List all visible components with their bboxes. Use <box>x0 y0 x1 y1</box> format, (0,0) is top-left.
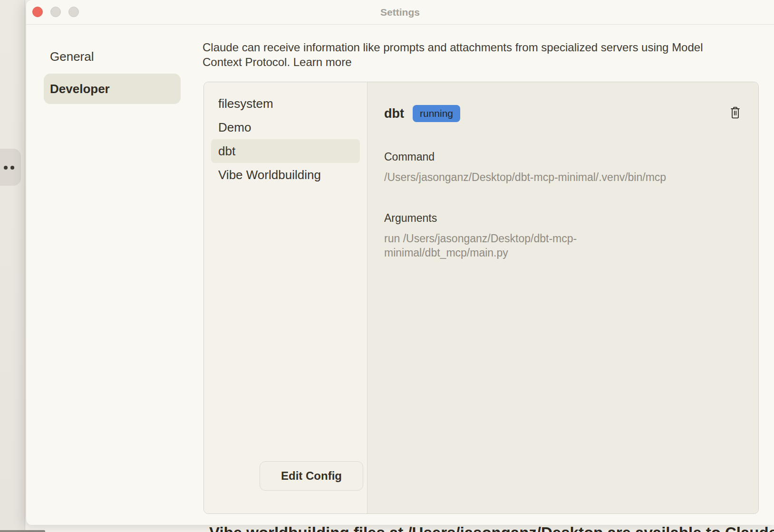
server-list-item-vibe-worldbuilding[interactable]: Vibe Worldbuilding <box>211 163 360 187</box>
background-window-edge <box>0 0 25 532</box>
background-window-tab[interactable] <box>0 149 21 186</box>
server-list-item-filesystem[interactable]: filesystem <box>211 92 360 115</box>
mcp-servers-card: filesystem Demo dbt Vibe Worldbuilding E… <box>203 82 759 514</box>
server-name: dbt <box>384 106 404 121</box>
server-details-panel: dbt running Command /Users/jasongan <box>368 82 758 513</box>
window-title: Settings <box>26 7 774 18</box>
command-section: Command /Users/jasonganz/Desktop/dbt-mcp… <box>384 151 742 184</box>
server-details-header: dbt running <box>384 104 742 123</box>
command-label: Command <box>384 151 742 163</box>
sidebar-item-general[interactable]: General <box>44 45 181 68</box>
trash-icon <box>730 106 741 121</box>
status-badge: running <box>413 105 460 122</box>
edit-config-button[interactable]: Edit Config <box>260 461 363 491</box>
two-dots-icon <box>4 166 8 170</box>
server-list-item-demo[interactable]: Demo <box>211 115 360 139</box>
settings-window: Settings General Developer Claude can re… <box>26 0 774 525</box>
sidebar-item-label: Developer <box>50 82 110 96</box>
sidebar-item-developer[interactable]: Developer <box>44 74 181 104</box>
arguments-value: run /Users/jasonganz/Desktop/dbt-mcp-min… <box>384 231 622 260</box>
two-dots-icon <box>10 166 14 170</box>
delete-server-button[interactable] <box>728 106 742 121</box>
arguments-label: Arguments <box>384 212 742 225</box>
mcp-description: Claude can receive information like prom… <box>203 40 718 69</box>
server-list-item-dbt[interactable]: dbt <box>211 139 360 163</box>
background-clipped-text: Vibe worldbuilding files at /Users/jason… <box>209 525 774 532</box>
learn-more-link[interactable]: Learn more <box>293 56 352 68</box>
background-window-bottom-bar <box>0 530 45 532</box>
sidebar-item-label: General <box>50 49 94 64</box>
titlebar[interactable]: Settings <box>26 0 774 25</box>
arguments-section: Arguments run /Users/jasonganz/Desktop/d… <box>384 212 742 260</box>
server-list: filesystem Demo dbt Vibe Worldbuilding <box>204 82 367 187</box>
server-list-panel: filesystem Demo dbt Vibe Worldbuilding E… <box>204 82 368 513</box>
command-value: /Users/jasonganz/Desktop/dbt-mcp-minimal… <box>384 170 736 184</box>
description-text: Claude can receive information like prom… <box>203 41 703 68</box>
